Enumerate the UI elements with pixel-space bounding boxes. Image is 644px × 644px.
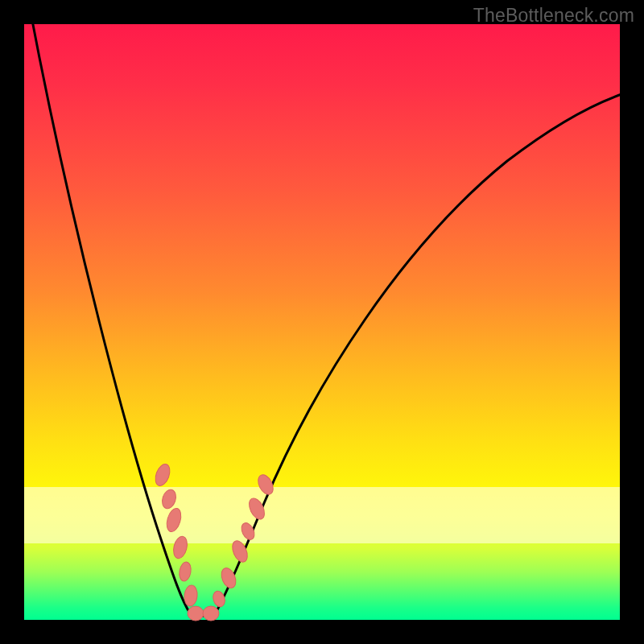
chart-frame: TheBottleneck.com <box>0 0 644 644</box>
marker-group <box>153 462 276 621</box>
curve-marker <box>160 488 179 510</box>
curve-marker <box>153 462 173 488</box>
curve-marker <box>164 506 184 533</box>
curve-layer <box>24 24 620 620</box>
curve-marker <box>203 606 219 621</box>
curve-marker <box>171 535 189 559</box>
curve-marker <box>178 561 192 582</box>
curve-marker <box>188 606 204 621</box>
watermark-text: TheBottleneck.com <box>473 5 634 27</box>
plot-area <box>24 24 620 620</box>
curve-marker <box>184 584 199 607</box>
curve-marker <box>211 589 226 608</box>
bottleneck-curve <box>30 8 624 616</box>
